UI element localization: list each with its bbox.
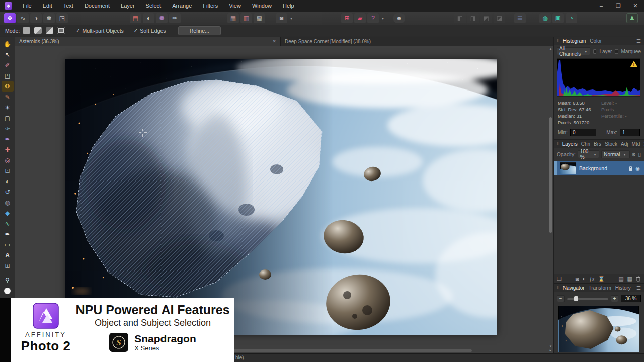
patch-tool[interactable]: ⊡ (2, 165, 14, 176)
mode-new-icon[interactable] (23, 27, 30, 34)
grid-marquee-icon[interactable]: ▥ (240, 13, 252, 23)
channels-select[interactable]: All Channels ▾ (557, 47, 590, 55)
export-persona-icon[interactable]: ◳ (56, 13, 68, 23)
paint-brush-tool[interactable]: ✑ (2, 123, 14, 134)
restore-button[interactable]: ❐ (610, 0, 627, 12)
object-selection-tool[interactable]: ❂ (2, 81, 14, 92)
min-input[interactable]: 0 (570, 129, 596, 136)
photo-persona-icon[interactable]: ❖ (4, 13, 16, 23)
develop-persona-icon[interactable]: ◑ (30, 13, 42, 23)
zoom-tool[interactable]: ⚲ (2, 275, 14, 285)
navigator-thumbnail[interactable] (558, 306, 639, 352)
max-input[interactable]: 1 (620, 129, 640, 136)
pixel-alignment-icon[interactable]: ▰ (354, 13, 366, 23)
scroll-up-icon[interactable]: ▴ (548, 47, 553, 51)
tab-layers[interactable]: Layers (562, 141, 578, 147)
live-filter-icon[interactable]: ⌛ (598, 276, 605, 282)
menu-edit[interactable]: Edit (37, 0, 58, 12)
boolean-subtract-icon[interactable]: ▣ (552, 13, 564, 23)
colour-replacement-brush-tool[interactable]: ✒ (2, 134, 14, 144)
marquee-checkbox[interactable] (615, 49, 618, 54)
panel-menu-icon[interactable]: ☰ (636, 285, 641, 291)
color-picker-tool[interactable]: ✐ (2, 60, 14, 70)
layer-effects-icon[interactable]: ƒx (589, 276, 595, 282)
panel-menu-icon[interactable]: ☰ (636, 38, 641, 44)
auto-contrast-icon[interactable]: ◐ (143, 13, 154, 23)
tab-channels[interactable]: Chn (581, 141, 590, 147)
panel-grip-icon[interactable]: ‖ (557, 285, 559, 290)
vertical-scrollbar[interactable]: ▴ ▾ (548, 47, 553, 347)
mode-subtract-icon[interactable] (46, 27, 53, 34)
refine-button[interactable]: Refine... (178, 26, 221, 35)
zoom-slider[interactable] (567, 295, 608, 302)
scroll-down-icon[interactable]: ▾ (548, 344, 553, 348)
boolean-add-icon[interactable]: ◍ (539, 13, 551, 23)
alignment-icon[interactable]: ☰ (514, 13, 526, 23)
tab-stock[interactable]: Stock (605, 141, 617, 147)
tone-mapping-persona-icon[interactable]: ✾ (43, 13, 55, 23)
close-button[interactable]: ✕ (627, 0, 644, 12)
undo-brush-tool[interactable]: ↺ (2, 187, 14, 197)
minimize-button[interactable]: – (593, 0, 610, 12)
linked-layer-icon[interactable]: ▯ (638, 152, 641, 157)
tab-brushes[interactable]: Brs (594, 141, 601, 147)
menu-layer[interactable]: Layer (115, 0, 140, 12)
flood-fill-tool[interactable]: ◆ (2, 208, 14, 218)
menu-file[interactable]: File (17, 0, 37, 12)
scroll-right-icon[interactable]: ▸ (549, 348, 551, 352)
boolean-divide-icon[interactable]: ◔ (566, 13, 577, 23)
close-icon[interactable]: ✕ (268, 39, 276, 44)
mode-intersect-icon[interactable] (57, 27, 65, 34)
menu-filters[interactable]: Filters (197, 0, 223, 12)
colour-swatch[interactable] (4, 287, 11, 295)
pen-tool[interactable]: ✒ (2, 229, 14, 239)
delete-layer-icon[interactable] (636, 276, 641, 282)
blend-options-gear-icon[interactable]: ⚙ (632, 152, 636, 157)
text-tool[interactable]: A (2, 250, 14, 260)
tab-history[interactable]: History (615, 285, 631, 291)
auto-colours-icon[interactable]: ❁ (156, 13, 168, 23)
tab-asteroids[interactable]: Asteroids (36.3%) ✕ (15, 37, 280, 46)
menu-arrange[interactable]: Arrange (167, 0, 197, 12)
chevron-down-icon[interactable]: ▾ (289, 16, 294, 21)
grid-icon[interactable]: ▦ (227, 13, 239, 23)
soft-edges-checkbox[interactable]: ✓ Soft Edges (134, 28, 166, 34)
account-icon[interactable]: ♟ (626, 13, 638, 23)
panel-grip-icon[interactable]: ‖ (557, 141, 559, 146)
smudge-brush-tool[interactable]: ∿ (2, 218, 14, 229)
marquee-tool[interactable]: ▢ (2, 113, 14, 123)
zoom-value[interactable]: 36 % (621, 295, 641, 302)
multi-part-objects-checkbox[interactable]: ✓ Multi-part Objects (76, 28, 124, 34)
mesh-warp-tool[interactable]: ⊞ (2, 260, 14, 271)
layer-row-background[interactable]: Background ◉ (554, 161, 644, 175)
flood-select-tool[interactable]: ✶ (2, 102, 14, 113)
menu-select[interactable]: Select (140, 0, 167, 12)
assistant-robot-icon[interactable]: ☻ (393, 13, 405, 23)
lock-icon[interactable] (628, 166, 633, 171)
blend-mode-select[interactable]: Normal ▾ (601, 150, 629, 158)
mode-add-icon[interactable] (34, 27, 42, 34)
rectangle-tool[interactable]: ▭ (2, 239, 14, 250)
asteroid-earth-image[interactable] (65, 59, 497, 335)
tab-transform[interactable]: Transform (589, 285, 611, 291)
group-layers-icon[interactable]: ▤ (618, 276, 623, 282)
zoom-in-button[interactable]: + (611, 295, 618, 302)
blur-brush-tool[interactable]: ◍ (2, 197, 14, 208)
crop-tool[interactable]: ◰ (2, 70, 14, 81)
layer-visibility-icon[interactable]: ◉ (635, 166, 640, 171)
blend-ranges-icon[interactable]: ▦ (627, 276, 632, 282)
auto-white-balance-icon[interactable]: ✏ (169, 13, 181, 23)
adjustment-layer-icon[interactable]: ◐ (582, 276, 586, 282)
move-tool[interactable]: ↖ (2, 49, 14, 60)
opacity-select[interactable]: 100 % ▾ (578, 150, 600, 158)
zoom-slider-thumb[interactable] (574, 296, 578, 301)
auto-levels-icon[interactable]: ▤ (130, 13, 141, 23)
pixel-grid-icon[interactable]: ▩ (254, 13, 265, 23)
liquify-persona-icon[interactable]: ∿ (17, 13, 29, 23)
tab-color[interactable]: Color (590, 38, 602, 44)
chevron-down-icon[interactable]: ▾ (380, 16, 385, 21)
healing-brush-tool[interactable]: ✚ (2, 144, 14, 155)
menu-view[interactable]: View (223, 0, 247, 12)
snapping-icon[interactable]: ⊞ (341, 13, 353, 23)
quick-mask-icon[interactable]: ◙ (276, 13, 287, 23)
